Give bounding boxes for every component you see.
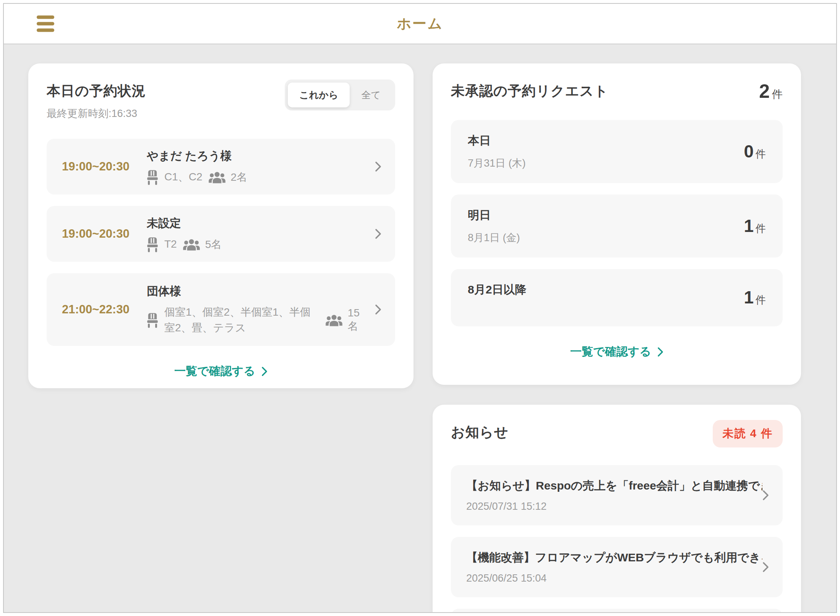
notice-row[interactable]: 【機能改善】フロアマップがWEBブラウザでも利用できるよう… 2025/06/2… xyxy=(451,537,783,597)
request-count-number: 1 xyxy=(744,289,754,306)
filter-all-button[interactable]: 全て xyxy=(350,83,392,107)
requests-total-count: 2 件 xyxy=(759,82,783,102)
people-icon xyxy=(183,238,200,251)
chair-icon xyxy=(147,170,158,185)
reservation-name: やまだ たろう様 xyxy=(147,148,375,164)
reservation-time: 19:00~20:30 xyxy=(62,160,147,173)
right-column: 未承認の予約リクエスト 2 件 本日 7月31日 (木) 0 件 xyxy=(433,63,801,613)
reservation-row[interactable]: 19:00~20:30 未設定 T2 5名 xyxy=(47,206,395,262)
hamburger-menu-button[interactable] xyxy=(34,13,57,34)
chevron-right-icon xyxy=(762,490,769,501)
guests-group: 5名 xyxy=(183,237,222,252)
reservation-time: 19:00~20:30 xyxy=(62,227,147,241)
people-icon xyxy=(326,314,342,326)
notice-date: 2025/06/25 15:04 xyxy=(466,572,762,584)
request-count-number: 0 xyxy=(744,143,754,160)
request-count-number: 1 xyxy=(744,217,754,235)
request-row-date: 8月1日 (金) xyxy=(468,231,520,245)
request-row-text: 8月2日以降 xyxy=(468,282,526,298)
notice-date: 2025/07/31 15:12 xyxy=(466,501,762,512)
reservation-guests: 2名 xyxy=(231,170,248,185)
request-row-text: 本日 7月31日 (木) xyxy=(468,133,526,170)
reservation-time: 21:00~22:30 xyxy=(62,303,147,316)
reservation-guests: 5名 xyxy=(205,237,222,252)
notice-title: 【お知らせ】Respoの売上を「freee会計」と自動連携できるよ… xyxy=(466,478,762,494)
notice-row[interactable]: 【お知らせ】Respoの売上を「freee会計」と自動連携できるよ… 2025/… xyxy=(451,465,783,525)
filter-upcoming-button[interactable]: これから xyxy=(288,83,350,107)
app-frame: ホーム 本日の予約状況 最終更新時刻:16:33 これから 全て 19:00~2… xyxy=(3,3,837,613)
request-row-text: 明日 8月1日 (金) xyxy=(468,207,520,245)
request-row-count: 1 件 xyxy=(744,289,766,307)
request-row-label: 8月2日以降 xyxy=(468,282,526,298)
reservation-info: やまだ たろう様 C1、C2 2名 xyxy=(147,148,375,185)
notices-card-header: お知らせ 未読 4 件 xyxy=(451,423,783,447)
people-icon xyxy=(209,171,225,183)
notices-card: お知らせ 未読 4 件 【お知らせ】Respoの売上を「freee会計」と自動連… xyxy=(433,405,801,613)
chevron-right-icon xyxy=(375,304,381,315)
requests-view-list-link[interactable]: 一覧で確認する xyxy=(570,344,663,360)
request-row-later[interactable]: 8月2日以降 1 件 xyxy=(451,269,783,326)
reservation-info: 未設定 T2 5名 xyxy=(147,216,375,252)
request-row-label: 本日 xyxy=(468,133,526,149)
pending-requests-card: 未承認の予約リクエスト 2 件 本日 7月31日 (木) 0 件 xyxy=(433,63,801,385)
notice-title: 【機能改善】フロアマップがWEBブラウザでも利用できるよう… xyxy=(466,550,762,566)
reservation-info: 団体様 個室1、個室2、半個室1、半個室2、畳、テラス 15名 xyxy=(147,284,375,336)
view-list-label: 一覧で確認する xyxy=(570,344,651,360)
requests-card-title: 未承認の予約リクエスト xyxy=(451,82,608,101)
view-list-label: 一覧で確認する xyxy=(174,363,255,379)
requests-total-number: 2 xyxy=(759,82,770,101)
reservation-details: 個室1、個室2、半個室1、半個室2、畳、テラス 15名 xyxy=(147,305,375,336)
requests-card-header: 未承認の予約リクエスト 2 件 xyxy=(451,82,783,102)
reservation-seats: 個室1、個室2、半個室1、半個室2、畳、テラス xyxy=(164,305,319,336)
app-header: ホーム xyxy=(4,4,836,44)
notice-text: 【お知らせ】Respoの売上を「freee会計」と自動連携できるよ… 2025/… xyxy=(466,478,762,512)
reservation-seats: T2 xyxy=(164,237,177,252)
reservation-name: 団体様 xyxy=(147,284,375,299)
today-reservations-card: 本日の予約状況 最終更新時刻:16:33 これから 全て 19:00~20:30… xyxy=(28,63,414,388)
request-count-unit: 件 xyxy=(756,222,766,235)
today-card-header: 本日の予約状況 最終更新時刻:16:33 これから 全て xyxy=(47,82,395,120)
request-count-unit: 件 xyxy=(756,147,766,161)
notice-row[interactable]: 【新機能】予約ステータスで「未確認」「確認済み」を設定できる… 2025/06/… xyxy=(451,609,783,613)
filter-toggle: これから 全て xyxy=(285,79,395,110)
last-updated-text: 最終更新時刻:16:33 xyxy=(47,107,146,120)
today-view-list-link[interactable]: 一覧で確認する xyxy=(174,363,268,379)
reservation-row[interactable]: 21:00~22:30 団体様 個室1、個室2、半個室1、半個室2、畳、テラス … xyxy=(47,273,395,346)
reservation-row[interactable]: 19:00~20:30 やまだ たろう様 C1、C2 2名 xyxy=(47,139,395,195)
chair-icon xyxy=(147,313,158,328)
chevron-right-icon xyxy=(375,161,381,172)
today-card-title-block: 本日の予約状況 最終更新時刻:16:33 xyxy=(47,82,146,120)
reservation-seats: C1、C2 xyxy=(164,169,203,185)
today-card-title: 本日の予約状況 xyxy=(47,82,146,101)
requests-total-unit: 件 xyxy=(772,87,783,102)
notices-card-title: お知らせ xyxy=(451,423,509,442)
request-row-label: 明日 xyxy=(468,207,520,223)
page-title: ホーム xyxy=(397,14,443,33)
request-row-date: 7月31日 (木) xyxy=(468,156,526,170)
request-row-today[interactable]: 本日 7月31日 (木) 0 件 xyxy=(451,120,783,183)
chair-icon xyxy=(147,237,158,252)
request-row-tomorrow[interactable]: 明日 8月1日 (金) 1 件 xyxy=(451,195,783,258)
reservation-details: T2 5名 xyxy=(147,237,375,252)
unread-count-badge: 未読 4 件 xyxy=(713,420,783,447)
guests-group: 2名 xyxy=(209,170,248,185)
notice-text: 【機能改善】フロアマップがWEBブラウザでも利用できるよう… 2025/06/2… xyxy=(466,550,762,584)
reservation-guests: 15名 xyxy=(348,307,360,334)
request-count-unit: 件 xyxy=(756,293,766,307)
reservation-name: 未設定 xyxy=(147,216,375,231)
hamburger-menu-icon xyxy=(37,16,54,32)
guests-group: 15名 xyxy=(326,307,360,334)
content-area: 本日の予約状況 最終更新時刻:16:33 これから 全て 19:00~20:30… xyxy=(4,44,836,613)
chevron-right-icon xyxy=(375,229,381,239)
request-row-count: 1 件 xyxy=(744,217,766,235)
request-row-count: 0 件 xyxy=(744,143,766,161)
reservation-details: C1、C2 2名 xyxy=(147,169,375,185)
chevron-right-icon xyxy=(762,562,769,572)
